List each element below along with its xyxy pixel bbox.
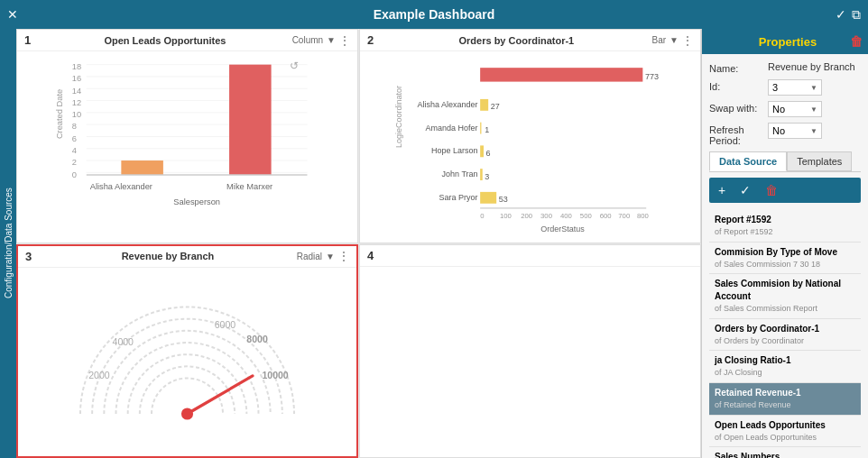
- id-dropdown-arrow: ▼: [810, 84, 817, 92]
- delete-report-button[interactable]: 🗑: [760, 181, 783, 199]
- report-item-2[interactable]: Sales Commision by National Account of S…: [709, 274, 861, 319]
- chart-title-1: Open Leads Opportunites: [38, 35, 291, 46]
- tab-templates[interactable]: Templates: [787, 151, 852, 171]
- chart-dropdown-3[interactable]: ▼: [326, 252, 335, 261]
- svg-text:Sara Pryor: Sara Pryor: [439, 193, 478, 202]
- content-area: 1 Open Leads Opportunites Column ▼ ⋮ 18 …: [16, 29, 701, 458]
- svg-text:Mike Marxer: Mike Marxer: [226, 182, 272, 191]
- dashboard-title: Example Dashboard: [374, 7, 495, 22]
- chart-body-1: 18 16 14 12 10 8 6 4 2 0 Created Date: [17, 51, 357, 239]
- report-item-0[interactable]: Report #1592 of Report #1592: [709, 210, 861, 243]
- report-item-5[interactable]: Retained Revenue-1 of Retained Revenue: [709, 383, 861, 416]
- svg-text:4000: 4000: [113, 335, 134, 346]
- chart-number-1: 1: [24, 33, 31, 47]
- svg-text:400: 400: [560, 212, 572, 220]
- add-report-button[interactable]: +: [713, 181, 731, 199]
- chart-svg-2: LogieCoordinator Alisha Alexander Amanda…: [364, 55, 697, 235]
- chart-svg-3: 2000 4000 6000 8000 10000: [22, 271, 353, 450]
- svg-text:4: 4: [72, 146, 77, 155]
- svg-text:14: 14: [72, 87, 81, 96]
- chart-body-2: LogieCoordinator Alisha Alexander Amanda…: [360, 51, 700, 239]
- prop-label-refresh: Refresh Period:: [709, 123, 768, 146]
- chart-menu-2[interactable]: ⋮: [682, 34, 693, 47]
- properties-header: Properties 🗑: [702, 29, 868, 54]
- tabs-row: Data Source Templates: [709, 151, 861, 172]
- svg-text:John Tran: John Tran: [442, 169, 478, 179]
- svg-rect-22: [229, 65, 272, 175]
- action-bar: + ✓ 🗑: [709, 178, 861, 203]
- svg-text:Salesperson: Salesperson: [173, 197, 220, 206]
- svg-text:773: 773: [645, 72, 659, 81]
- report-sub-6: of Open Leads Opportunites: [715, 432, 855, 444]
- chart-dropdown-2[interactable]: ▼: [669, 35, 679, 45]
- chart-type-1: Column: [292, 35, 323, 45]
- svg-text:LogieCoordinator: LogieCoordinator: [394, 86, 403, 148]
- svg-point-63: [181, 408, 193, 419]
- report-sub-1: of Sales Commission 7 30 18: [715, 259, 855, 270]
- close-icon[interactable]: ✕: [7, 7, 18, 22]
- svg-rect-34: [480, 68, 642, 81]
- svg-rect-36: [480, 99, 488, 111]
- prop-value-name: Revenue by Branch: [768, 61, 861, 72]
- svg-text:27: 27: [491, 102, 500, 111]
- chart-body-3: 2000 4000 6000 8000 10000: [18, 268, 356, 453]
- chart-panel-2[interactable]: 2 Orders by Coordinator-1 Bar ▼ ⋮ LogieC…: [359, 29, 701, 243]
- copy-icon[interactable]: ⧉: [852, 7, 861, 23]
- prop-select-swap[interactable]: No ▼: [768, 101, 822, 117]
- chart-svg-1: 18 16 14 12 10 8 6 4 2 0 Created Date: [21, 55, 354, 235]
- prop-select-id[interactable]: 3 ▼: [768, 79, 822, 96]
- chart-panel-3[interactable]: 3 Revenue by Branch Radial ▼ ⋮: [16, 244, 358, 459]
- svg-text:600: 600: [600, 212, 612, 220]
- confirm-report-button[interactable]: ✓: [734, 181, 756, 199]
- chart-panel-4[interactable]: 4: [359, 244, 701, 459]
- prop-label-id: Id:: [709, 79, 768, 92]
- chart-menu-3[interactable]: ⋮: [338, 250, 349, 262]
- report-item-4[interactable]: ja Closing Ratio-1 of JA Closing: [709, 351, 861, 383]
- report-sub-4: of JA Closing: [715, 367, 855, 379]
- refresh-dropdown-arrow: ▼: [810, 127, 817, 135]
- top-bar-right-actions: ✓ ⧉: [836, 7, 861, 23]
- report-item-1[interactable]: Commision By Type of Move of Sales Commi…: [709, 243, 861, 275]
- left-sidebar[interactable]: Configuration/Data Sources: [0, 29, 16, 458]
- report-list: Report #1592 of Report #1592 Commision B…: [709, 210, 861, 458]
- chart-panel-1[interactable]: 1 Open Leads Opportunites Column ▼ ⋮ 18 …: [16, 29, 358, 243]
- tab-datasource[interactable]: Data Source: [709, 151, 787, 171]
- chart-header-1: 1 Open Leads Opportunites Column ▼ ⋮: [17, 30, 357, 51]
- properties-delete-icon[interactable]: 🗑: [850, 34, 863, 49]
- top-bar: ✕ Example Dashboard ✓ ⧉: [0, 0, 868, 29]
- report-sub-5: of Retained Revenue: [715, 399, 855, 411]
- svg-text:10: 10: [72, 110, 81, 119]
- svg-rect-44: [480, 192, 496, 204]
- check-icon[interactable]: ✓: [836, 7, 846, 23]
- prop-row-name: Name: Revenue by Branch: [709, 61, 861, 74]
- report-name-0: Report #1592: [715, 214, 855, 226]
- report-item-3[interactable]: Orders by Coordinator-1 of Orders by Coo…: [709, 319, 861, 352]
- svg-text:↺: ↺: [290, 60, 299, 72]
- report-name-6: Open Leads Opportunites: [715, 419, 855, 432]
- svg-text:Alisha Alexander: Alisha Alexander: [418, 100, 478, 109]
- report-item-6[interactable]: Open Leads Opportunites of Open Leads Op…: [709, 416, 861, 448]
- svg-text:6: 6: [72, 134, 77, 143]
- report-name-5: Retained Revenue-1: [715, 387, 855, 399]
- svg-text:300: 300: [540, 212, 552, 220]
- svg-rect-38: [480, 123, 481, 134]
- right-panel: Properties 🗑 Name: Revenue by Branch Id:…: [701, 29, 868, 458]
- report-item-7[interactable]: Sales Numbers of Sales Numbers: [709, 447, 861, 458]
- properties-title: Properties: [725, 35, 850, 49]
- svg-rect-42: [480, 169, 483, 180]
- chart-menu-1[interactable]: ⋮: [339, 34, 350, 47]
- svg-text:100: 100: [500, 212, 512, 220]
- svg-text:800: 800: [637, 212, 649, 220]
- svg-text:2: 2: [72, 158, 77, 167]
- main-layout: Configuration/Data Sources 1 Open Leads …: [0, 29, 868, 458]
- prop-row-refresh: Refresh Period: No ▼: [709, 123, 861, 146]
- prop-label-swap: Swap with:: [709, 101, 768, 114]
- chart-dropdown-1[interactable]: ▼: [327, 35, 336, 45]
- report-sub-2: of Sales Commission Report: [715, 303, 855, 315]
- prop-select-refresh[interactable]: No ▼: [768, 123, 822, 139]
- prop-row-swap: Swap with: No ▼: [709, 101, 861, 117]
- chart-number-4: 4: [367, 249, 374, 262]
- chart-number-3: 3: [25, 250, 32, 263]
- svg-text:16: 16: [72, 74, 81, 83]
- svg-text:Created Date: Created Date: [55, 89, 64, 139]
